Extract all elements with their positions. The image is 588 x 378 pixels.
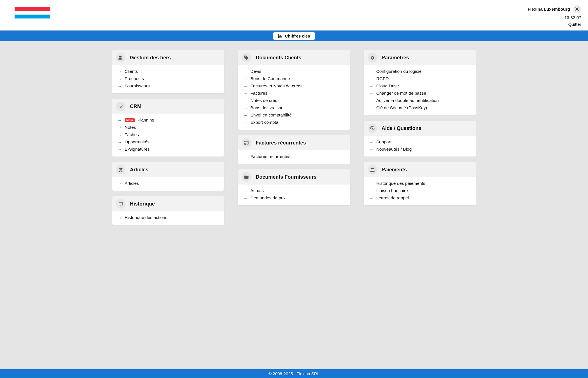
link-activer-la-double-authentification[interactable]: →Activer la double authentification (368, 97, 472, 104)
card-header-historique: Historique (112, 196, 224, 211)
link-label: Bons de livraison (250, 105, 283, 110)
link-factures[interactable]: →Factures (242, 90, 346, 97)
arrow-right-icon: → (369, 91, 374, 96)
link-bons-de-livraison[interactable]: →Bons de livraison (242, 104, 346, 111)
card-header-parametres: Paramètres (364, 50, 476, 65)
link-fournisseurs[interactable]: →Fournisseurs (116, 83, 220, 89)
dashboard-column-2: Paramètres→Configuration du logiciel→RGP… (364, 50, 476, 225)
key-figures-label: Chiffres clés (285, 34, 310, 38)
link-rgpd[interactable]: →RGPD (368, 75, 472, 82)
arrow-right-icon: → (243, 98, 248, 103)
link-configuration-du-logiciel[interactable]: →Configuration du logiciel (368, 68, 472, 75)
link-devis[interactable]: →Devis (242, 68, 346, 75)
arrow-right-icon: → (118, 69, 122, 74)
dashboard-grid: Gestion des tiers→Clients→Prospects→Four… (104, 41, 484, 236)
logout-link[interactable]: Quitter (568, 22, 581, 27)
link-label: Planning (137, 118, 154, 123)
link-label: Historique des actions (125, 215, 167, 220)
card-title-paiements: Paiements (382, 167, 407, 173)
link-clients[interactable]: →Clients (116, 68, 220, 75)
link-factures-recurrentes[interactable]: →Factures récurrentes (242, 153, 346, 160)
link-planning[interactable]: →NewPlanning (116, 117, 220, 123)
link-taches[interactable]: →Tâches (116, 131, 220, 138)
link-prospects[interactable]: →Prospects (116, 75, 220, 82)
card-header-documents-fournisseurs: Documents Fournisseurs (238, 169, 350, 185)
arrow-right-icon: → (243, 91, 248, 96)
link-nouveautes-blog[interactable]: →Nouveautés / Blog (368, 146, 472, 153)
card-parametres: Paramètres→Configuration du logiciel→RGP… (364, 50, 476, 115)
card-header-factures-recurrentes: Factures récurrentes (238, 135, 350, 150)
arrow-right-icon: → (369, 84, 374, 88)
card-body-historique: →Historique des actions (112, 211, 224, 225)
card-aide-questions: Aide / Questions→Support→Nouveautés / Bl… (364, 121, 476, 157)
link-factures-et-notes-de-credit[interactable]: →Factures et Notes de crédit (242, 83, 346, 89)
link-support[interactable]: →Support (368, 139, 472, 145)
link-cle-de-securite-passkey[interactable]: →Clé de Sécurité (PassKey) (368, 104, 472, 111)
arrow-right-icon: → (369, 188, 374, 193)
cart-icon (116, 165, 125, 174)
link-label: Clé de Sécurité (PassKey) (376, 105, 427, 110)
card-body-aide-questions: →Support→Nouveautés / Blog (364, 136, 476, 157)
link-label: Configuration du logiciel (376, 69, 423, 74)
card-title-aide-questions: Aide / Questions (382, 125, 421, 131)
link-cloud-drive[interactable]: →Cloud Drive (368, 83, 472, 89)
arrow-right-icon: → (243, 120, 248, 125)
card-title-factures-recurrentes: Factures récurrentes (256, 140, 306, 146)
arrow-right-icon: → (118, 125, 122, 130)
tag-icon (242, 53, 251, 62)
sun-icon (575, 7, 580, 12)
bluebar: Chiffres clés (0, 31, 588, 41)
link-lettres-de-rappel[interactable]: →Lettres de rappel (368, 195, 472, 201)
arrow-right-icon: → (118, 215, 122, 220)
card-body-gestion-des-tiers: →Clients→Prospects→Fournisseurs (112, 65, 224, 93)
link-label: Changer de mot de passe (376, 91, 426, 96)
card-header-documents-clients: Documents Clients (238, 50, 350, 65)
arrow-right-icon: → (369, 140, 374, 144)
link-label: RGPD (376, 76, 389, 81)
link-historique-des-actions[interactable]: →Historique des actions (116, 214, 220, 221)
arrow-right-icon: → (243, 76, 248, 81)
bank-icon (368, 165, 377, 174)
dashboard-column-0: Gestion des tiers→Clients→Prospects→Four… (112, 50, 224, 225)
link-label: Support (376, 139, 391, 144)
link-changer-de-mot-de-passe[interactable]: →Changer de mot de passe (368, 90, 472, 97)
link-historique-des-paiements[interactable]: →Historique des paiements (368, 180, 472, 187)
card-header-aide-questions: Aide / Questions (364, 121, 476, 136)
card-header-paiements: Paiements (364, 162, 476, 177)
link-articles[interactable]: →Articles (116, 180, 220, 187)
link-liaison-bancaire[interactable]: →Liaison bancaire (368, 187, 472, 194)
arrow-right-icon: → (243, 84, 248, 88)
link-bons-de-commande[interactable]: →Bons de Commande (242, 75, 346, 82)
link-notes-de-credit[interactable]: →Notes de crédit (242, 97, 346, 104)
arrow-right-icon: → (118, 118, 122, 123)
link-notes[interactable]: →Notes (116, 124, 220, 131)
arrow-right-icon: → (118, 132, 122, 137)
link-achats[interactable]: →Achats (242, 187, 346, 194)
recurring-icon (242, 138, 251, 148)
card-title-articles: Articles (130, 167, 148, 173)
link-envoi-en-comptabilite[interactable]: →Envoi en comptabilité (242, 112, 346, 118)
link-label: Lettres de rappel (376, 195, 409, 200)
topbar: Flexina Luxembourg 13:32:07 Quitter (0, 0, 588, 31)
top-right: Flexina Luxembourg 13:32:07 Quitter (528, 5, 581, 27)
key-figures-button[interactable]: Chiffres clés (273, 32, 314, 40)
link-export-compta[interactable]: →Export compta (242, 119, 346, 126)
link-label: Prospects (125, 76, 144, 81)
arrow-right-icon: → (118, 84, 122, 88)
link-label: Activer la double authentification (376, 98, 439, 103)
card-documents-clients: Documents Clients→Devis→Bons de Commande… (238, 50, 350, 130)
card-header-gestion-des-tiers: Gestion des tiers (112, 50, 224, 65)
link-e-signatures[interactable]: →E-Signatures (116, 146, 220, 153)
link-demandes-de-prix[interactable]: →Demandes de prix (242, 195, 346, 201)
card-body-factures-recurrentes: →Factures récurrentes (238, 150, 350, 164)
card-body-parametres: →Configuration du logiciel→RGPD→Cloud Dr… (364, 65, 476, 115)
card-articles: Articles→Articles (112, 162, 224, 191)
card-factures-recurrentes: Factures récurrentes→Factures récurrente… (238, 135, 350, 164)
link-label: Demandes de prix (250, 195, 286, 200)
theme-toggle[interactable] (573, 5, 581, 13)
clock: 13:32:07 (564, 15, 581, 20)
svg-line-8 (578, 8, 579, 8)
link-opportunites[interactable]: →Opportunités (116, 139, 220, 145)
arrow-right-icon: → (243, 106, 248, 110)
svg-point-0 (576, 8, 578, 10)
